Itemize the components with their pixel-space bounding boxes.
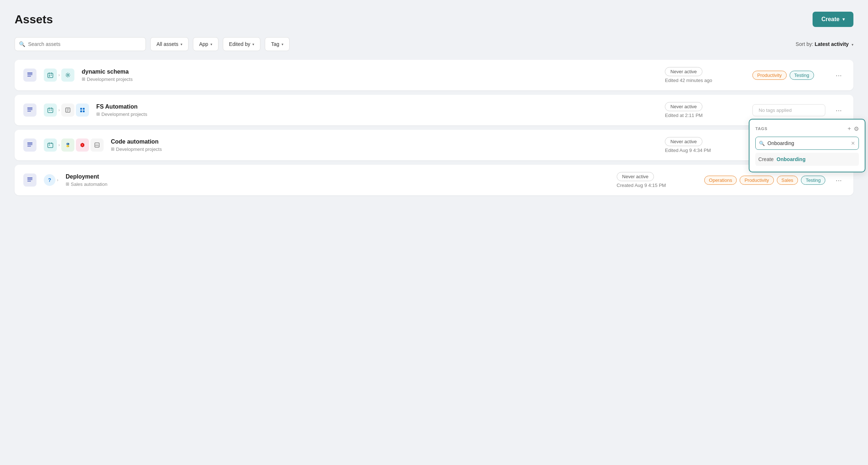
all-assets-chevron-icon: ▾ bbox=[181, 42, 182, 46]
tag-operations[interactable]: Operations bbox=[704, 176, 737, 185]
assets-list: › dynamic schema ⊞ Development projects … bbox=[15, 60, 853, 195]
asset-status-section: Never active Created Aug 9 4:15 PM bbox=[617, 172, 697, 188]
asset-flow-icons: › XML bbox=[44, 138, 104, 152]
tags-popup-wrapper: No tags applied TAGS + ⚙ 🔍 ✕ Create bbox=[752, 104, 825, 116]
flow-icon-question: ? bbox=[44, 174, 55, 186]
svg-rect-8 bbox=[49, 76, 50, 77]
tag-productivity[interactable]: Productivity bbox=[740, 176, 774, 185]
tags-create-row[interactable]: Create Onboarding bbox=[755, 153, 859, 166]
asset-info: FS Automation ⊞ Development projects bbox=[96, 103, 658, 117]
svg-rect-3 bbox=[48, 73, 53, 78]
tags-search-wrapper: 🔍 ✕ bbox=[755, 137, 859, 150]
svg-point-9 bbox=[67, 74, 69, 76]
tags-create-label: Create bbox=[758, 156, 774, 162]
asset-name: Deployment bbox=[66, 173, 609, 180]
asset-category: ⊞ Development projects bbox=[82, 77, 658, 82]
stack-icon: ⊞ bbox=[66, 181, 69, 187]
more-options-button[interactable]: ··· bbox=[833, 105, 845, 116]
svg-rect-42 bbox=[27, 179, 32, 180]
edit-time: Edited Aug 9 4:34 PM bbox=[665, 148, 711, 153]
sort-chevron-icon: ▾ bbox=[852, 43, 853, 47]
svg-rect-13 bbox=[48, 108, 53, 113]
tags-create-value: Onboarding bbox=[776, 156, 805, 162]
asset-name: Code automation bbox=[111, 138, 658, 145]
asset-name: FS Automation bbox=[96, 103, 658, 110]
flow-icon-python bbox=[61, 138, 74, 152]
page-header: Assets Create ▾ bbox=[15, 12, 853, 27]
tag-productivity[interactable]: Productivity bbox=[752, 71, 786, 80]
tag-testing[interactable]: Testing bbox=[801, 176, 825, 185]
svg-rect-10 bbox=[27, 108, 32, 109]
flow-arrow-icon: › bbox=[58, 142, 60, 148]
stack-icon: ⊞ bbox=[111, 146, 115, 152]
flow-icon-log bbox=[61, 103, 74, 117]
asset-status-section: Never active Edited Aug 9 4:34 PM bbox=[665, 137, 745, 153]
flow-icon-calendar bbox=[44, 103, 57, 117]
tags-popup-header: TAGS + ⚙ bbox=[755, 125, 859, 132]
tag-chevron-icon: ▾ bbox=[282, 42, 283, 46]
asset-name: dynamic schema bbox=[82, 69, 658, 75]
svg-rect-41 bbox=[27, 177, 32, 179]
tags-settings-button[interactable]: ⚙ bbox=[854, 125, 859, 132]
create-button[interactable]: Create ▾ bbox=[813, 12, 853, 27]
asset-type-icon bbox=[23, 173, 36, 187]
flow-arrow-icon: › bbox=[58, 108, 60, 113]
svg-rect-17 bbox=[51, 110, 52, 110]
edit-time: Created Aug 9 4:15 PM bbox=[617, 183, 666, 188]
svg-point-35 bbox=[67, 144, 68, 144]
asset-flow-icons: › bbox=[44, 103, 89, 117]
asset-flow-icons: › bbox=[44, 69, 74, 82]
tags-popup: TAGS + ⚙ 🔍 ✕ Create Onboarding bbox=[749, 119, 865, 172]
asset-category: ⊞ Sales automation bbox=[66, 181, 609, 187]
app-filter[interactable]: App ▾ bbox=[193, 37, 218, 51]
asset-status-section: Never active Edited at 2:11 PM bbox=[665, 102, 745, 118]
svg-rect-1 bbox=[27, 74, 32, 75]
tag-filter[interactable]: Tag ▾ bbox=[265, 37, 290, 51]
edit-time: Edited 42 minutes ago bbox=[665, 78, 712, 83]
svg-text:XML: XML bbox=[95, 144, 99, 146]
filters-row: 🔍 All assets ▾ App ▾ Edited by ▾ Tag ▾ S… bbox=[15, 37, 853, 51]
flow-arrow-icon: › bbox=[57, 177, 58, 183]
app-chevron-icon: ▾ bbox=[210, 42, 212, 46]
tags-search-input[interactable] bbox=[755, 137, 859, 150]
svg-rect-2 bbox=[27, 76, 31, 77]
status-badge: Never active bbox=[665, 102, 702, 111]
svg-rect-26 bbox=[27, 142, 32, 144]
asset-info: dynamic schema ⊞ Development projects bbox=[82, 69, 658, 82]
tag-sales[interactable]: Sales bbox=[777, 176, 798, 185]
tags-popup-actions: + ⚙ bbox=[848, 125, 859, 132]
page-title: Assets bbox=[15, 13, 53, 26]
tags-add-button[interactable]: + bbox=[848, 125, 851, 132]
tags-search-clear-icon[interactable]: ✕ bbox=[851, 140, 855, 146]
status-badge: Never active bbox=[665, 67, 702, 76]
flow-icon-ruby bbox=[76, 138, 89, 152]
svg-rect-16 bbox=[49, 110, 50, 110]
flow-icon-xml: XML bbox=[90, 138, 104, 152]
search-input[interactable] bbox=[15, 37, 146, 51]
all-assets-filter[interactable]: All assets ▾ bbox=[150, 37, 189, 51]
asset-category: ⊞ Development projects bbox=[111, 146, 658, 152]
more-options-button[interactable]: ··· bbox=[833, 70, 845, 81]
tag-testing[interactable]: Testing bbox=[790, 71, 814, 80]
no-tags-applied: No tags applied bbox=[752, 104, 825, 116]
svg-rect-25 bbox=[83, 110, 85, 112]
edited-by-filter[interactable]: Edited by ▾ bbox=[223, 37, 260, 51]
sort-control: Sort by: Latest activity ▾ bbox=[796, 41, 853, 47]
create-chevron-icon: ▾ bbox=[842, 17, 845, 22]
asset-card: › FS Automation ⊞ bbox=[15, 95, 853, 125]
flow-icon-grid bbox=[76, 103, 89, 117]
stack-icon: ⊞ bbox=[96, 112, 100, 117]
svg-rect-12 bbox=[27, 111, 31, 112]
svg-rect-32 bbox=[49, 145, 50, 145]
svg-rect-11 bbox=[27, 109, 32, 110]
more-options-button[interactable]: ··· bbox=[833, 175, 845, 186]
asset-tags: Productivity Testing bbox=[752, 71, 825, 80]
asset-flow-icons: ? › bbox=[44, 174, 58, 186]
svg-rect-24 bbox=[80, 110, 82, 112]
svg-rect-29 bbox=[48, 143, 53, 148]
svg-point-36 bbox=[68, 146, 69, 146]
asset-type-icon bbox=[23, 138, 36, 152]
flow-icon-calendar bbox=[44, 69, 57, 82]
svg-rect-7 bbox=[51, 75, 52, 75]
asset-info: Code automation ⊞ Development projects bbox=[111, 138, 658, 152]
